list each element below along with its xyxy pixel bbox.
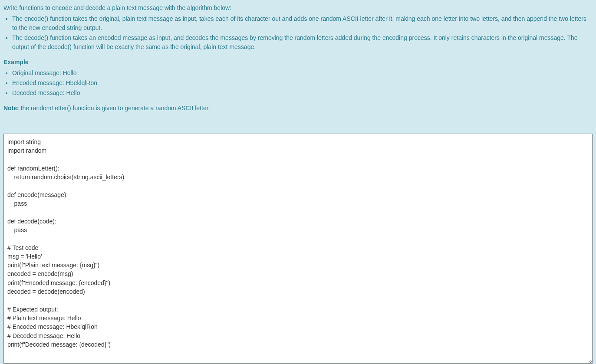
problem-intro: Write functions to encode and decode a p… bbox=[3, 3, 593, 13]
example-heading: Example bbox=[3, 58, 593, 67]
algorithm-list: The encode() function takes the original… bbox=[12, 14, 593, 52]
problem-description: Write functions to encode and decode a p… bbox=[3, 3, 593, 113]
example-item: Encoded message: HbeklqlRon bbox=[12, 79, 593, 88]
algorithm-bullet: The encode() function takes the original… bbox=[12, 14, 593, 33]
code-editor[interactable] bbox=[3, 134, 593, 364]
note-line: Note: the randomLetter() function is giv… bbox=[3, 104, 593, 113]
example-list: Original message: Hello Encoded message:… bbox=[12, 69, 593, 98]
algorithm-bullet: The decode() function takes an encoded m… bbox=[12, 33, 593, 52]
example-item: Original message: Hello bbox=[12, 69, 593, 78]
note-text: the randomLetter() function is given to … bbox=[19, 105, 210, 111]
note-label: Note: bbox=[3, 105, 19, 111]
example-item: Decoded message: Hello bbox=[12, 89, 593, 98]
